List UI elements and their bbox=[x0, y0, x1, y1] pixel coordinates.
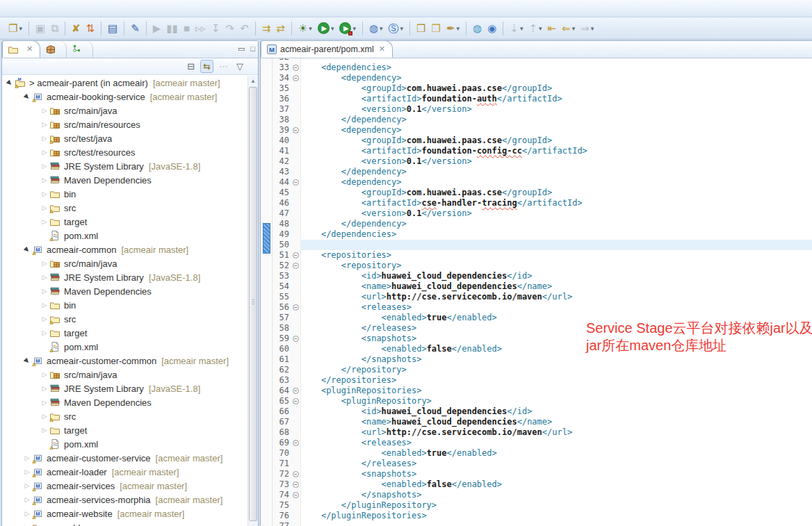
fold-collapse-icon[interactable]: − bbox=[293, 304, 299, 311]
code-line-70[interactable]: 70 <enabled>true</enabled> bbox=[261, 448, 812, 459]
minimize-view-icon[interactable]: ▭ bbox=[238, 44, 245, 54]
tree-item[interactable]: ▷src/test/java bbox=[2, 131, 247, 145]
code-text[interactable]: <version>0.1</version> bbox=[301, 208, 812, 219]
marker-pen-button[interactable]: ✒▾ bbox=[444, 20, 462, 37]
menu-file[interactable] bbox=[4, 6, 17, 10]
tree-item[interactable]: ▶Macmeair-customer-common[acmeair master… bbox=[2, 354, 247, 368]
code-text[interactable]: </repository> bbox=[301, 365, 812, 375]
tree-item[interactable]: ▷target bbox=[2, 215, 247, 229]
collapsed-arrow-icon[interactable]: ▷ bbox=[40, 163, 49, 170]
code-line-44[interactable]: 44− <dependency> bbox=[261, 177, 812, 188]
code-line-35[interactable]: 35 <groupId>com.huawei.paas.cse</groupId… bbox=[261, 83, 812, 94]
code-line-38[interactable]: 38 </dependency> bbox=[261, 115, 812, 125]
close-tab-icon[interactable]: ✕ bbox=[379, 44, 385, 54]
tree-item[interactable]: ▷JRE System Library[JavaSE-1.8] bbox=[2, 270, 247, 284]
maximize-view-icon[interactable]: □ bbox=[250, 44, 255, 54]
code-line-42[interactable]: 42 <version>0.1</version> bbox=[261, 156, 812, 167]
code-line-36[interactable]: 36 <artifactId>foundation-auth</artifact… bbox=[261, 94, 812, 104]
code-line-52[interactable]: 52− <repository> bbox=[261, 261, 812, 271]
collapsed-arrow-icon[interactable]: ▷ bbox=[22, 510, 32, 517]
tree-item[interactable]: ▷Macmeair-website[acmeair master] bbox=[2, 507, 247, 520]
fold-collapse-icon[interactable]: − bbox=[293, 336, 299, 342]
menu-edit[interactable] bbox=[17, 6, 29, 10]
tree-item[interactable]: ▶M> acmeair-parent (in acmeair)[acmeair … bbox=[2, 76, 247, 90]
external-tools-button[interactable]: ☀▾ bbox=[296, 20, 314, 37]
code-line-75[interactable]: 75 </pluginRepository> bbox=[261, 500, 812, 511]
code-text[interactable]: <groupId>com.huawei.paas.cse</groupId> bbox=[301, 83, 812, 94]
code-text[interactable]: <url>http://cse.servicecomb.io/maven</ur… bbox=[301, 427, 812, 438]
code-text[interactable] bbox=[301, 240, 812, 250]
code-line-37[interactable]: 37 <version>0.1</version> bbox=[261, 104, 812, 115]
next-annotation-button[interactable]: ⇣▾ bbox=[508, 20, 525, 37]
collapsed-arrow-icon[interactable]: ▷ bbox=[40, 107, 49, 114]
fold-collapse-icon[interactable]: − bbox=[293, 440, 299, 446]
expanded-arrow-icon[interactable]: ▶ bbox=[4, 77, 16, 89]
fold-collapse-icon[interactable]: − bbox=[293, 127, 299, 133]
code-text[interactable]: <id>huawei_cloud_dependencies</id> bbox=[301, 271, 812, 281]
tree-item[interactable]: ▷assembly bbox=[2, 520, 247, 526]
fold-collapse-icon[interactable]: − bbox=[293, 398, 299, 404]
dropdown-arrow-icon[interactable]: ▾ bbox=[572, 25, 576, 32]
suspend-button[interactable]: ▮▮ bbox=[164, 20, 180, 37]
code-text[interactable]: <version>0.1</version> bbox=[301, 156, 812, 167]
code-line-50[interactable]: 50 bbox=[261, 240, 812, 250]
dropdown-arrow-icon[interactable]: ▾ bbox=[520, 25, 523, 32]
code-line-41[interactable]: 41 <artifactId>foundation-config-cc</art… bbox=[261, 146, 812, 156]
collapsed-arrow-icon[interactable]: ▷ bbox=[40, 413, 49, 420]
tree-item[interactable]: ▷src/main/java bbox=[2, 368, 247, 381]
tab-project-ex[interactable]: ✕ bbox=[2, 40, 40, 58]
new-web-service-button[interactable]: ◍▾ bbox=[367, 20, 385, 37]
tree-item[interactable]: ▷src/main/resources bbox=[2, 117, 247, 131]
code-line-48[interactable]: 48 </dependency> bbox=[261, 219, 812, 229]
dropdown-arrow-icon[interactable]: ▾ bbox=[400, 25, 404, 32]
code-line-63[interactable]: 63 </repositories> bbox=[261, 375, 812, 386]
fold-collapse-icon[interactable]: − bbox=[293, 263, 299, 269]
tree-item[interactable]: pom.xml bbox=[2, 229, 247, 243]
import-button[interactable]: ❒ bbox=[414, 20, 428, 37]
code-text[interactable]: <snapshots> bbox=[301, 469, 812, 479]
terminate-button[interactable]: ■ bbox=[181, 20, 192, 37]
code-line-68[interactable]: 68 <url>http://cse.servicecomb.io/maven<… bbox=[261, 427, 812, 438]
code-line-53[interactable]: 53 <id>huawei_cloud_dependencies</id> bbox=[261, 271, 812, 281]
code-text[interactable]: <groupId>com.huawei.paas.cse</groupId> bbox=[301, 188, 812, 198]
collapsed-arrow-icon[interactable]: ▷ bbox=[40, 260, 49, 267]
code-line-67[interactable]: 67 <name>huawei_cloud_dependencies</name… bbox=[261, 417, 812, 427]
collapsed-arrow-icon[interactable]: ▷ bbox=[40, 302, 49, 309]
code-text[interactable]: <dependencies> bbox=[301, 63, 812, 73]
code-line-55[interactable]: 55 <url>http://cse.servicecomb.io/maven<… bbox=[261, 292, 812, 302]
code-line-76[interactable]: 76 </pluginRepositories> bbox=[261, 511, 812, 521]
code-text[interactable]: <repository> bbox=[301, 261, 812, 271]
code-text[interactable]: <groupId>com.huawei.paas.cse</groupId> bbox=[301, 135, 812, 146]
code-line-51[interactable]: 51− <repositories> bbox=[261, 250, 812, 261]
skip-breakpoints-button[interactable]: ⇄ bbox=[274, 20, 287, 37]
code-line-71[interactable]: 71 </releases> bbox=[261, 459, 812, 469]
tree-item[interactable]: ▶Macmeair-booking-service[acmeair master… bbox=[2, 90, 247, 104]
fold-collapse-icon[interactable]: − bbox=[293, 482, 299, 488]
collapse-all-icon[interactable]: ⊟ bbox=[185, 60, 197, 72]
collapsed-arrow-icon[interactable]: ▷ bbox=[40, 176, 49, 183]
ant-build-button[interactable]: ✘ bbox=[70, 20, 83, 37]
new-wizard-button[interactable]: ❐▾ bbox=[6, 20, 24, 37]
run-last-button[interactable]: ▶▾ bbox=[337, 20, 358, 37]
resume-button[interactable]: ▶ bbox=[151, 20, 163, 37]
tree-item[interactable]: ▷Maven Dependencies bbox=[2, 173, 247, 187]
code-text[interactable]: <dependency> bbox=[301, 125, 812, 135]
fold-collapse-icon[interactable]: − bbox=[293, 179, 299, 186]
console-button[interactable]: ▤ bbox=[106, 20, 120, 37]
menu-search[interactable] bbox=[42, 6, 54, 10]
tree-item[interactable]: ▷Maven Dependencies bbox=[2, 284, 247, 298]
menu-navigate[interactable] bbox=[29, 6, 42, 10]
code-line-45[interactable]: 45 <groupId>com.huawei.paas.cse</groupId… bbox=[261, 188, 812, 198]
code-text[interactable]: </dependency> bbox=[301, 115, 812, 125]
menu-help[interactable] bbox=[104, 6, 117, 10]
code-text[interactable]: <name>huawei_cloud_dependencies</name> bbox=[301, 281, 812, 292]
ws-explorer-button[interactable]: ◉ bbox=[485, 20, 498, 37]
editor-tab-pom-xml[interactable]: M acmeair-parent/pom.xml ✕ bbox=[261, 40, 393, 58]
code-text[interactable]: <id>huawei_cloud_dependencies</id> bbox=[301, 406, 812, 417]
collapsed-arrow-icon[interactable]: ▷ bbox=[40, 399, 49, 406]
tree-item[interactable]: ▷src bbox=[2, 409, 247, 423]
code-line-56[interactable]: 56− <releases> bbox=[261, 302, 812, 313]
code-text[interactable]: </dependency> bbox=[301, 219, 812, 229]
code-text[interactable]: <dependency> bbox=[301, 73, 812, 83]
code-line-47[interactable]: 47 <version>0.1</version> bbox=[261, 208, 812, 219]
